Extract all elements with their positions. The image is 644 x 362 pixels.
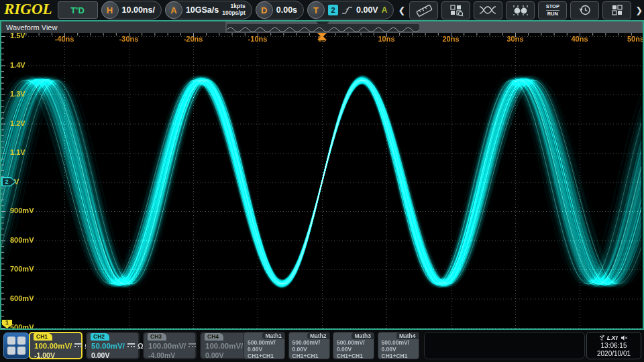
trigger-status-indicator[interactable]: T'D — [58, 1, 98, 19]
channel-offset: 0.00V — [205, 351, 223, 359]
math-box-math4[interactable]: Math4500.00mV/0.00VCH1+CH1 — [378, 332, 419, 359]
math-expression: CH1+CH1 — [292, 353, 319, 359]
eye-diagram-icon — [478, 4, 498, 16]
channel-box-ch3[interactable]: CH3100.00mV/-4.00mV — [143, 332, 197, 359]
ch2-marker-label: 2 — [3, 178, 9, 185]
measure-ruler-button[interactable] — [409, 1, 438, 19]
stop-run-button[interactable]: STOP RUN — [538, 1, 567, 19]
speaker-muted-icon — [621, 335, 628, 341]
math-offset: 0.00V — [382, 346, 396, 353]
math-box-math2[interactable]: Math2500.00mV/0.00VCH1+CH1 — [288, 332, 330, 359]
trigger-source-channel: 2 — [328, 5, 338, 15]
math-box-math3[interactable]: Math3500.00mV/0.00VCH1+CH1 — [333, 332, 374, 359]
lxi-label: LXI — [607, 334, 618, 341]
sample-rate-value: 10GSa/s — [186, 5, 219, 15]
channel-offset: 0.00V — [91, 351, 109, 359]
bottom-status-bar: CH1100.00mV/Ω-1.00VCH250.00mV/Ω0.00VCH31… — [0, 330, 644, 362]
eye-mask-button[interactable] — [474, 1, 502, 19]
waveform-view-title: Waveform View — [1, 23, 57, 32]
math-tab: Math2 — [307, 333, 329, 339]
waveform-view-titlebar: Waveform View — [1, 21, 643, 33]
waveform-view-window: Waveform View -40ns-30ns-20ns-10ns0s10ns… — [0, 20, 644, 330]
waveform-plot-area: -40ns-30ns-20ns-10ns0s10ns20ns30ns40ns50… — [1, 33, 643, 328]
delay-badge: D — [256, 1, 273, 19]
rising-edge-icon — [341, 5, 353, 15]
menu-grid-square — [7, 337, 15, 345]
oscilloscope-screen: RIGOL T'D H 10.00ns/ A 10GSa/s 1kpts 100… — [0, 0, 644, 362]
math-offset: 0.00V — [248, 346, 262, 353]
math-box-math1[interactable]: Math1500.00mV/0.00VCH1+CH1 — [244, 332, 285, 359]
trigger-level-value: 0.00V — [356, 5, 378, 15]
memory-waveform-preview — [227, 24, 419, 32]
menu-grid-square — [17, 347, 25, 355]
channel-offset: -4.00mV — [148, 351, 175, 359]
channel-box-ch1[interactable]: CH1100.00mV/Ω-1.00V — [29, 332, 83, 359]
windows-layout-icon — [610, 4, 624, 16]
memory-depth-resolution: 1kpts 100ps/pt — [222, 3, 246, 17]
ruler-icon — [415, 3, 433, 17]
channel-offset: -1.00V — [34, 351, 55, 359]
dc-coupling-icon — [74, 343, 82, 349]
channel-tab: CH2 — [91, 333, 109, 341]
math-scale: 500.00mV/ — [292, 339, 321, 346]
history-button[interactable] — [570, 1, 599, 19]
trigger-position-marker[interactable] — [317, 33, 327, 40]
counter-probes-button[interactable] — [506, 1, 535, 19]
top-toolbar: RIGOL T'D H 10.00ns/ A 10GSa/s 1kpts 100… — [0, 0, 644, 20]
system-time: 13:06:15 — [601, 342, 627, 349]
math-tab: Math3 — [352, 333, 374, 339]
horizontal-delay-control[interactable]: D 0.00s — [256, 1, 304, 19]
channel-scale: 50.00mV/Ω — [91, 342, 144, 350]
math-expression: CH1+CH1 — [248, 353, 274, 359]
rigol-logo: RIGOL — [2, 1, 54, 19]
waveform-view-title-area: Waveform View — [1, 21, 225, 33]
toolbar-scroll-left[interactable]: ❮ — [397, 5, 406, 15]
toolbar-scroll-right[interactable]: ❯ — [635, 5, 643, 15]
math-tab: Math4 — [396, 333, 419, 339]
acquisition-badge: A — [165, 1, 182, 19]
notification-area — [424, 332, 585, 359]
ch1-marker-label: 1 — [5, 320, 9, 328]
math-expression: CH1+CH1 — [337, 353, 363, 359]
history-clock-icon — [578, 3, 592, 17]
horizontal-badge: H — [101, 1, 119, 19]
horizontal-position-bar[interactable] — [225, 21, 643, 33]
math-scale: 500.00mV/ — [382, 339, 410, 346]
trigger-control[interactable]: T 2 0.00V A — [307, 1, 394, 19]
channel-tab: CH3 — [148, 333, 166, 341]
math-offset: 0.00V — [292, 346, 307, 353]
math-scale: 500.00mV/ — [248, 339, 276, 346]
channel-tab: CH4 — [205, 333, 223, 341]
menu-grid-square — [17, 337, 25, 345]
stop-run-label: STOP RUN — [546, 4, 559, 17]
main-menu-button[interactable] — [3, 333, 30, 359]
channel-tab: CH1 — [34, 333, 52, 341]
windows-layout-button[interactable] — [602, 1, 631, 19]
timebase-value: 10.00ns/ — [122, 5, 155, 15]
probes-icon — [511, 3, 530, 17]
channel-scale: 100.00mV/ — [148, 342, 196, 350]
dc-coupling-icon — [189, 343, 196, 349]
channel-scale: 100.00mV/Ω — [34, 342, 91, 350]
waveform-canvas[interactable] — [1, 33, 643, 328]
system-info-box[interactable]: LXI 13:06:15 2020/10/01 — [586, 332, 641, 359]
math-expression: CH1+CH1 — [382, 353, 408, 359]
menu-grid-square — [7, 347, 15, 355]
channel-box-ch2[interactable]: CH250.00mV/Ω0.00V — [86, 332, 140, 359]
delay-value: 0.00s — [276, 5, 297, 15]
usb-icon — [600, 335, 604, 341]
system-status-icons: LXI — [600, 335, 628, 341]
math-offset: 0.00V — [337, 346, 352, 353]
acquisition-control[interactable]: A 10GSa/s 1kpts 100ps/pt — [165, 1, 252, 19]
trigger-sweep-mode: A — [382, 5, 388, 15]
function-grid-icon — [449, 3, 464, 17]
horizontal-timebase-control[interactable]: H 10.00ns/ — [101, 1, 162, 19]
trigger-badge: T — [307, 1, 325, 19]
dc-coupling-icon — [127, 343, 135, 349]
function-grid-button[interactable] — [441, 1, 470, 19]
math-tab: Math1 — [262, 333, 284, 339]
system-date: 2020/10/01 — [597, 350, 631, 357]
math-scale: 500.00mV/ — [337, 339, 365, 346]
